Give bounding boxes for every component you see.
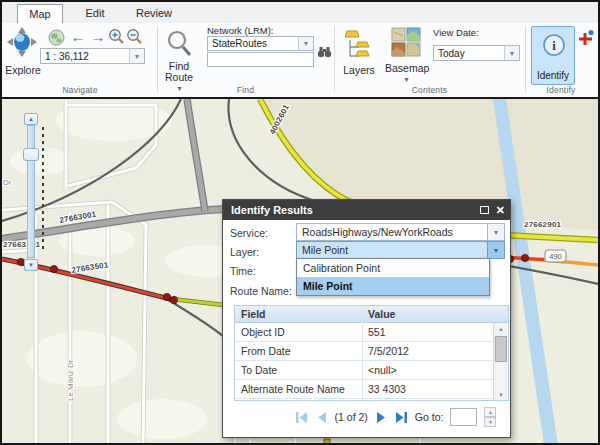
chevron-down-icon: ▼ xyxy=(403,76,410,83)
street-label: Le Manz Dr xyxy=(66,359,75,401)
spinner-up-icon[interactable]: ▲ xyxy=(484,407,496,417)
view-date-label: View Date: xyxy=(433,27,479,38)
identify-button-label: Identify xyxy=(532,70,574,81)
service-value: RoadsHighways/NewYorkRoads xyxy=(302,226,453,238)
explore-label: Explore xyxy=(3,64,43,76)
find-route-label-2: Route xyxy=(159,71,199,83)
table-row[interactable]: Alternate Route Name 33 4303 xyxy=(235,380,493,399)
next-page-button[interactable] xyxy=(375,411,388,424)
find-route-button[interactable]: Find Route ▼ xyxy=(165,29,193,63)
route-shield-490: 490 xyxy=(545,250,566,262)
network-combobox[interactable]: StateRoutes ▼ xyxy=(207,36,314,51)
scale-value: 1 : 36,112 xyxy=(45,51,89,62)
route-name-label: Route Name: xyxy=(230,285,292,297)
identify-route-tool-icon[interactable] xyxy=(577,29,595,51)
dropdown-option-calibration-point[interactable]: Calibration Point xyxy=(297,259,489,277)
layer-label: Layer: xyxy=(230,246,259,258)
route-input[interactable] xyxy=(207,52,314,67)
dropdown-option-mile-point[interactable]: Mile Point xyxy=(297,277,489,295)
identify-results-dialog: Identify Results ✕ Service: RoadsHighway… xyxy=(222,199,511,438)
forward-extent-arrow-button[interactable]: → xyxy=(88,28,108,45)
zoom-slider-plus-button[interactable]: ▲ xyxy=(24,113,38,125)
dialog-title: Identify Results xyxy=(231,204,313,216)
group-separator xyxy=(525,26,526,92)
binoculars-icon[interactable] xyxy=(317,44,332,63)
service-combobox[interactable]: RoadsHighways/NewYorkRoads ▼ xyxy=(296,223,505,241)
table-row[interactable]: To Date <null> xyxy=(235,361,493,380)
layer-combobox[interactable]: Mile Point ▼ xyxy=(296,241,505,259)
field-cell: To Date xyxy=(241,361,277,379)
layers-button[interactable]: Layers xyxy=(345,29,371,67)
last-page-button[interactable] xyxy=(395,411,408,424)
group-label-find: Find xyxy=(157,85,334,97)
chevron-down-icon[interactable]: ▼ xyxy=(129,49,144,63)
zoom-out-icon[interactable] xyxy=(126,28,143,49)
table-row[interactable]: From Date 7/5/2012 xyxy=(235,342,493,361)
zoom-slider-ticks xyxy=(42,127,44,249)
value-cell: 33 4303 xyxy=(368,380,406,398)
group-separator xyxy=(334,26,335,92)
chevron-down-icon[interactable]: ▼ xyxy=(487,242,504,258)
scroll-up-icon[interactable]: ▲ xyxy=(494,323,508,334)
table-row[interactable]: Object ID 551 xyxy=(235,323,493,342)
network-lrm-label: Network (LRM): xyxy=(207,25,274,36)
scale-combobox[interactable]: 1 : 36,112 ▼ xyxy=(40,48,145,64)
goto-label: Go to: xyxy=(415,411,444,423)
zoom-slider-track[interactable] xyxy=(27,125,35,258)
value-cell: <null> xyxy=(368,361,397,379)
maximize-icon[interactable] xyxy=(480,206,489,214)
view-date-combobox[interactable]: Today ▼ xyxy=(433,45,520,61)
group-label-identify: Identify xyxy=(525,85,597,97)
chevron-down-icon[interactable]: ▼ xyxy=(504,46,519,60)
field-cell: From Date xyxy=(241,342,291,360)
layer-value: Mile Point xyxy=(302,244,348,256)
close-icon[interactable]: ✕ xyxy=(496,204,505,217)
chevron-down-icon[interactable]: ▼ xyxy=(487,224,504,240)
explore-pan-icon xyxy=(7,27,37,63)
find-route-magnifier-icon xyxy=(165,29,193,59)
table-header-row: Field Value xyxy=(235,306,508,323)
basemap-button[interactable]: Basemap ▼ xyxy=(391,27,421,61)
service-label: Service: xyxy=(230,227,268,239)
identify-button[interactable]: i Identify xyxy=(531,26,575,85)
zoom-slider-minus-button[interactable]: ▼ xyxy=(24,259,38,271)
zoom-in-icon[interactable] xyxy=(108,28,125,49)
back-extent-arrow-button[interactable]: ← xyxy=(68,28,88,45)
layers-label: Layers xyxy=(339,64,379,76)
map-zoom-slider[interactable]: ▲ ▼ xyxy=(22,113,40,271)
goto-spinner[interactable]: ▲ ▼ xyxy=(484,407,496,427)
spinner-down-icon[interactable]: ▼ xyxy=(484,417,496,427)
app-window: Map Edit Review Explore ← → xyxy=(0,0,600,445)
identify-i-icon: i xyxy=(542,33,566,57)
attributes-table: Field Value Object ID 551 From Date 7/5/… xyxy=(234,305,509,401)
page-indicator: (1 of 2) xyxy=(335,411,368,423)
value-column-header: Value xyxy=(368,306,395,322)
street-label: Dr xyxy=(3,178,12,187)
scroll-down-icon[interactable]: ▼ xyxy=(494,389,508,400)
table-scrollbar[interactable]: ▲ ▼ xyxy=(493,323,508,400)
first-page-button[interactable] xyxy=(295,411,308,424)
explore-button[interactable]: Explore xyxy=(7,27,37,67)
dialog-title-bar[interactable]: Identify Results ✕ xyxy=(223,200,510,220)
group-separator xyxy=(157,26,158,92)
goto-page-input[interactable] xyxy=(450,408,477,426)
network-value: StateRoutes xyxy=(212,38,267,49)
svg-text:490: 490 xyxy=(549,252,562,261)
zoom-slider-thumb[interactable] xyxy=(23,148,39,161)
previous-page-button[interactable] xyxy=(315,411,328,424)
ribbon: Explore ← → 1 : 36,112 ▼ Navigate Find R… xyxy=(2,23,598,97)
group-label-navigate: Navigate xyxy=(4,85,156,97)
layer-dropdown-list: Calibration Point Mile Point xyxy=(296,258,490,296)
tab-edit[interactable]: Edit xyxy=(72,3,118,23)
tab-map[interactable]: Map xyxy=(17,4,63,23)
field-cell: Object ID xyxy=(241,323,285,341)
signal-marker xyxy=(324,439,330,445)
basemap-tiles-icon xyxy=(391,27,421,57)
group-label-contents: Contents xyxy=(334,85,525,97)
tab-review[interactable]: Review xyxy=(126,3,182,23)
route-label: 27662901 xyxy=(524,220,562,229)
chevron-down-icon[interactable]: ▼ xyxy=(298,37,313,50)
full-extent-globe-icon[interactable] xyxy=(48,29,65,50)
basemap-label: Basemap xyxy=(385,62,427,74)
scrollbar-thumb[interactable] xyxy=(495,336,507,362)
